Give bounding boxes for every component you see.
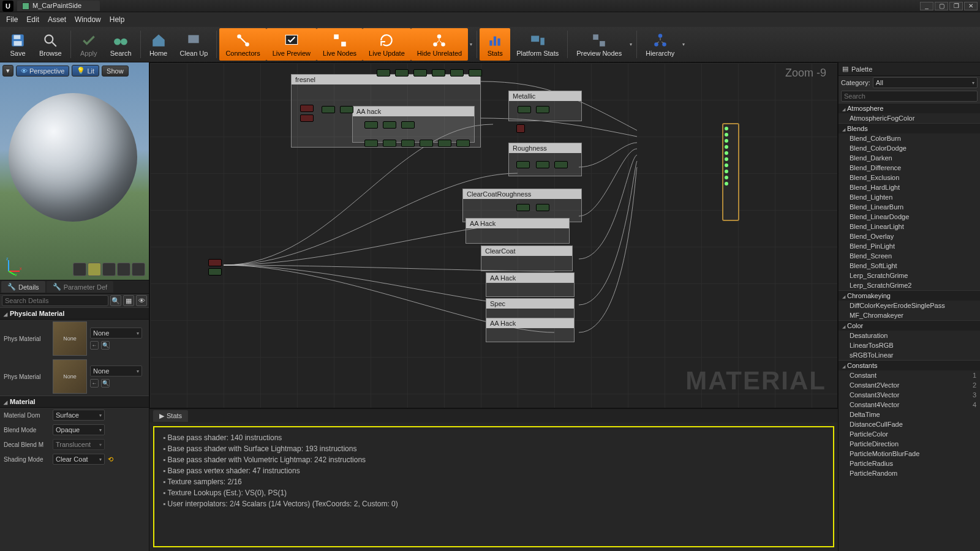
palette-search-input[interactable] [841,91,978,102]
graph-node[interactable] [401,121,415,129]
palette-item[interactable]: Blend_ColorDodge [839,143,980,153]
details-panel[interactable]: Physical Material Phys Material None Non… [0,307,149,551]
graph-node[interactable] [536,204,549,211]
palette-item[interactable]: DiffColorKeyerErodeSinglePass [839,301,980,310]
palette-item[interactable]: MF_Chromakeyer [839,310,980,320]
graph-node[interactable] [401,140,415,147]
previewnodes-dropdown[interactable]: ▾ [628,28,634,61]
graph-node[interactable] [450,69,464,77]
comment-aahack-2[interactable]: AA Hack [466,218,570,244]
menu-help[interactable]: Help [110,15,125,24]
viewport-options-dropdown[interactable]: ▾ [2,65,13,77]
section-material[interactable]: Material [0,395,149,408]
asset-back-icon[interactable]: ← [90,341,99,350]
palette-item[interactable]: Desaturation [839,331,980,340]
palette-item[interactable]: Constant3Vector3 [839,390,980,400]
details-eye-icon[interactable]: 👁 [136,295,147,306]
palette-item[interactable]: ParticleDirection [839,439,980,449]
graph-node[interactable] [340,106,353,113]
menu-window[interactable]: Window [75,15,101,24]
graph-node[interactable] [536,161,549,168]
previewnodes-button[interactable]: Preview Nodes [570,28,628,61]
palette-item[interactable]: ParticleRadius [839,459,980,468]
tab-details[interactable]: 🔧Details [1,281,45,293]
maximize-button[interactable]: ▢ [935,2,948,10]
palette-item[interactable]: ParticleMotionBlurFade [839,449,980,459]
close-button[interactable]: ✕ [964,2,978,10]
details-search-input[interactable] [2,295,108,306]
blend-mode-combo[interactable]: Opaque [53,424,105,435]
palette-category[interactable]: Blends [839,123,980,133]
lit-button[interactable]: 💡Lit [72,65,99,77]
palette-item[interactable]: Constant1 [839,370,980,380]
phys-material-combo-2[interactable]: None [90,365,142,377]
graph-node[interactable] [322,106,335,113]
graph-node[interactable] [413,69,427,77]
asset-find-icon-2[interactable]: 🔍 [101,379,110,388]
palette-category[interactable]: Color [839,320,980,331]
palette-list[interactable]: AtmosphereAtmosphericFogColorBlendsBlend… [839,103,980,551]
hideunrelated-dropdown[interactable]: ▾ [468,28,474,61]
show-button[interactable]: Show [102,66,129,77]
menu-edit[interactable]: Edit [26,15,39,24]
shape-plane-button[interactable] [102,263,116,276]
material-output-node[interactable] [722,123,739,221]
tab-parameter-defaults[interactable]: 🔧Parameter Def [47,281,114,293]
graph-node[interactable] [208,268,222,276]
shape-cylinder-button[interactable] [73,263,86,276]
hierarchy-dropdown[interactable]: ▾ [680,28,687,61]
graph-node[interactable] [516,124,525,133]
palette-item[interactable]: LinearTosRGB [839,340,980,350]
phys-material-thumb[interactable]: None [53,321,87,356]
graph-node[interactable] [518,106,531,113]
palette-item[interactable]: Lerp_ScratchGrime2 [839,280,980,290]
livepreview-button[interactable]: Live Preview [266,28,317,61]
palette-item[interactable]: Constant2Vector2 [839,380,980,390]
category-combo[interactable]: All [873,77,978,88]
palette-item[interactable]: DeltaTime [839,410,980,419]
graph-node[interactable] [536,106,549,113]
stats-button[interactable]: Stats [480,28,510,61]
palette-item[interactable]: sRGBToLinear [839,350,980,360]
graph-node[interactable] [383,121,396,129]
palette-item[interactable]: DistanceCullFade [839,419,980,429]
palette-item[interactable]: Blend_LinearLight [839,222,980,231]
palette-item[interactable]: Blend_SoftLight [839,261,980,271]
phys-material-thumb-2[interactable]: None [53,359,87,394]
graph-node[interactable] [395,69,409,77]
palette-item[interactable]: ParticleColor [839,429,980,439]
graph-node[interactable] [432,69,445,77]
phys-material-combo[interactable]: None [90,328,142,339]
graph-node[interactable] [383,140,396,147]
palette-category[interactable]: Chromakeying [839,290,980,301]
palette-item[interactable]: Blend_HardLight [839,182,980,192]
graph-node[interactable] [208,259,222,266]
palette-category[interactable]: Atmosphere [839,103,980,113]
shading-model-combo[interactable]: Clear Coat [53,454,105,465]
menu-file[interactable]: File [6,15,18,24]
graph-node[interactable] [300,105,314,112]
connectors-button[interactable]: Connectors [219,28,266,61]
graph-node[interactable] [469,69,482,77]
palette-item[interactable]: Blend_Screen [839,251,980,261]
liveupdate-button[interactable]: Live Update [363,28,411,61]
comment-roughness[interactable]: Roughness [508,143,582,176]
livenodes-button[interactable]: Live Nodes [317,28,363,61]
home-button[interactable]: Home [143,28,174,61]
shape-cube-button[interactable] [117,263,130,276]
preview-viewport[interactable]: ▾ 👁Perspective 💡Lit Show zxy [0,62,149,280]
hierarchy-button[interactable]: Hierarchy [639,28,680,61]
graph-node[interactable] [300,114,314,122]
restore-button[interactable]: ❐ [949,2,963,10]
platformstats-button[interactable]: Platform Stats [510,28,565,61]
save-button[interactable]: Save [2,28,33,61]
comment-spec[interactable]: Spec [486,298,575,320]
palette-item[interactable]: Blend_LinearBurn [839,202,980,212]
graduation-cap-icon[interactable] [907,2,916,10]
palette-item[interactable]: Blend_LinearDodge [839,212,980,222]
section-physical-material[interactable]: Physical Material [0,307,149,320]
hideunrelated-button[interactable]: Hide Unrelated [411,28,468,61]
document-tab[interactable]: M_CarPaintSide [17,1,100,11]
tab-stats[interactable]: ▶Stats [153,410,188,422]
palette-item[interactable]: Blend_ColorBurn [839,133,980,143]
